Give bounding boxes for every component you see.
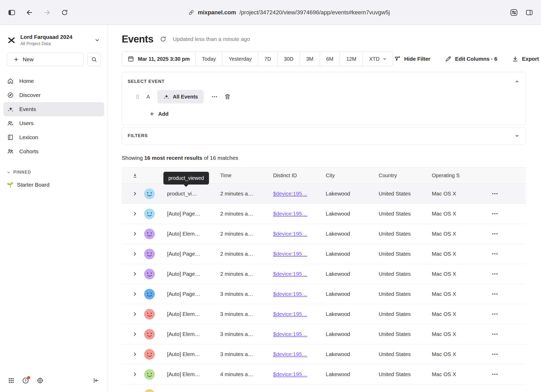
expand-row-icon[interactable] [133,231,137,236]
range-6m[interactable]: 6M [320,52,340,66]
expand-row-icon[interactable] [133,191,137,196]
add-event-button[interactable]: Add [149,111,169,117]
filters-header[interactable]: FILTERS [122,127,526,144]
country-cell: United States [373,251,426,257]
hide-filter-button[interactable]: Hide Filter [394,56,430,62]
reload-icon[interactable] [61,9,68,16]
table-row[interactable]: [Auto] Elem… 3 minutes a… $device:195… L… [122,344,526,364]
results-summary: Showing 16 most recent results of 16 mat… [122,155,526,161]
expand-row-icon[interactable] [133,252,137,256]
book-icon [7,134,14,141]
url-bar[interactable]: mixpanel.com/project/3472420/view/397469… [77,9,501,16]
date-picker-button[interactable]: Mar 11, 2025 3:30 pm [122,52,196,66]
row-more-options-icon[interactable] [491,351,499,358]
search-button[interactable] [87,53,101,66]
event-avatar [144,349,155,360]
drag-handle-icon[interactable] [136,94,140,100]
expand-row-icon[interactable] [133,372,137,377]
select-event-header[interactable]: SELECT EVENT [122,72,526,88]
distinct-id-link[interactable]: $device:195… [273,191,307,197]
distinct-id-link[interactable]: $device:195… [273,351,307,357]
sidebar-item-events[interactable]: Events [3,102,104,116]
table-row[interactable]: [Auto] Elem… 4 minutes a… $device:195… L… [122,364,526,384]
new-button[interactable]: New [7,53,84,66]
date-range-control: Mar 11, 2025 3:30 pm Today Yesterday 7D … [122,52,393,66]
pinned-section-toggle[interactable]: PINNED [7,170,101,175]
sidebar-item-lexicon[interactable]: Lexicon [0,130,108,144]
distinct-id-link[interactable]: $device:195… [273,271,307,277]
range-3m[interactable]: 3M [300,52,320,66]
range-12m[interactable]: 12M [340,52,363,66]
page-settings-icon[interactable] [510,8,518,17]
edit-columns-button[interactable]: Edit Columns · 6 [445,56,497,62]
sidebar-item-discover[interactable]: Discover [0,88,108,102]
split-view-icon[interactable] [525,9,533,16]
all-events-chip[interactable]: All Events [157,90,204,103]
range-30d[interactable]: 30D [278,52,300,66]
sidebar-item-users[interactable]: Users [0,116,108,130]
expand-row-icon[interactable] [133,211,137,216]
sparkle-icon [7,106,14,113]
table-row[interactable]: [Auto] Elem… 2 minutes a… $device:195… L… [122,224,526,244]
collapse-all-rows-icon[interactable] [132,173,138,179]
distinct-id-link[interactable]: $device:195… [273,311,307,317]
browser-sidebar-toggle-icon[interactable] [8,9,16,16]
project-switcher[interactable]: Lord Farquaad 2024 All Project Data [0,32,108,48]
event-name-cell: [Auto] Page… [159,291,214,297]
chevron-down-icon [383,57,387,61]
distinct-id-link[interactable]: $device:195… [273,291,307,297]
expand-row-icon[interactable] [133,352,137,357]
event-name-tooltip: product_viewed [163,172,209,185]
table-row[interactable]: [Auto] Page… 3 minutes a… $device:195… L… [122,284,526,304]
os-cell: Mac OS X [426,251,490,257]
column-country: Country [373,173,426,179]
export-button[interactable]: Export [512,56,539,62]
expand-row-icon[interactable] [133,292,137,296]
expand-row-icon[interactable] [133,272,137,276]
collapse-sidebar-icon[interactable] [93,377,100,384]
row-more-options-icon[interactable] [491,330,499,338]
expand-row-icon[interactable] [133,332,137,336]
row-more-options-icon[interactable] [491,371,499,378]
distinct-id-link[interactable]: $device:195… [273,331,307,337]
table-row[interactable]: [Auto] Page… 2 minutes a… $device:195… L… [122,244,526,264]
row-more-options-icon[interactable] [491,290,499,298]
forward-icon[interactable] [43,9,51,16]
table-row[interactable]: [Auto] Page… 2 minutes a… $device:195… L… [122,264,526,284]
distinct-id-link[interactable]: $device:195… [273,371,307,377]
row-more-options-icon[interactable] [491,310,499,318]
range-yesterday[interactable]: Yesterday [222,52,258,66]
settings-gear-icon[interactable] [36,377,44,384]
distinct-id-link[interactable]: $device:195… [273,251,307,257]
trash-icon[interactable] [224,93,231,100]
range-7d[interactable]: 7D [258,52,278,66]
table-row[interactable]: [Auto] Elem… 3 minutes a… $device:195… L… [122,304,526,324]
sidebar-item-starter-board[interactable]: 🌱 Starter Board [0,179,108,191]
country-cell: United States [373,351,426,357]
distinct-id-link[interactable]: $device:195… [273,231,307,237]
row-more-options-icon[interactable] [491,190,499,197]
search-icon [91,56,97,63]
table-row[interactable] [122,384,526,392]
row-more-options-icon[interactable] [491,210,499,217]
event-avatar [144,209,155,219]
back-icon[interactable] [26,9,33,16]
event-name-cell: [Auto] Elem… [159,351,214,357]
table-row[interactable]: [Auto] Page… 2 minutes a… $device:195… L… [122,204,526,224]
expand-row-icon[interactable] [133,312,137,316]
range-today[interactable]: Today [196,52,222,66]
row-more-options-icon[interactable] [491,270,499,278]
plus-icon [149,111,155,117]
apps-grid-icon[interactable] [8,377,15,384]
more-options-icon[interactable] [211,93,218,100]
chevron-up-icon [515,79,519,84]
row-more-options-icon[interactable] [491,250,499,258]
sidebar-item-cohorts[interactable]: Cohorts [0,144,108,158]
table-row[interactable]: product_vi… 2 minutes a… $device:195… La… [122,184,526,204]
refresh-icon[interactable] [160,36,167,42]
range-xtd[interactable]: XTD [363,52,393,66]
sidebar-item-home[interactable]: Home [0,74,108,88]
row-more-options-icon[interactable] [491,230,499,237]
distinct-id-link[interactable]: $device:195… [273,211,307,217]
table-row[interactable]: [Auto] Elem… 3 minutes a… $device:195… L… [122,324,526,344]
